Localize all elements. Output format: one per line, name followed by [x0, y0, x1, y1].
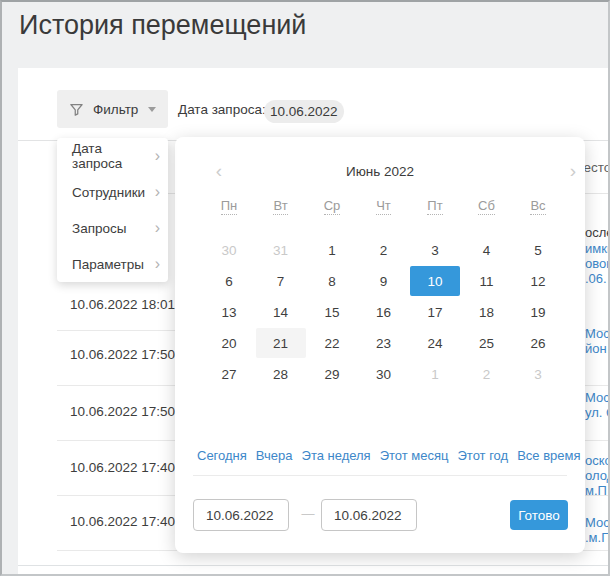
chevron-right-icon: ›: [155, 184, 160, 200]
location-link-fragment[interactable]: Мос: [585, 390, 610, 405]
day-cell[interactable]: 30: [359, 359, 409, 389]
day-cell[interactable]: 26: [513, 328, 563, 358]
day-cell[interactable]: 25: [462, 328, 512, 358]
date-picker-popup: ‹ Июнь 2022 › ПнВтСрЧтПтСбВс 30311234567…: [175, 137, 585, 553]
menu-item[interactable]: Параметры›: [57, 246, 168, 282]
weekday-header: Чт: [359, 198, 409, 213]
timestamp-cell: 10.06.2022 18:01: [70, 297, 175, 312]
day-cell[interactable]: 1: [410, 359, 460, 389]
day-cell[interactable]: 2: [462, 359, 512, 389]
funnel-icon: [69, 102, 84, 117]
day-cell[interactable]: 17: [410, 297, 460, 327]
day-cell[interactable]: 28: [256, 359, 306, 389]
day-cell[interactable]: 5: [513, 235, 563, 265]
weekday-header: Ср: [307, 198, 357, 213]
calendar-weekday-row: ПнВтСрЧтПтСбВс: [204, 198, 563, 213]
weekday-label: Пт: [427, 198, 442, 215]
caret-down-icon: [148, 107, 156, 112]
weekday-header: Вт: [256, 198, 306, 213]
day-cell[interactable]: 12: [513, 266, 563, 296]
day-cell[interactable]: 15: [307, 297, 357, 327]
location-link-fragment[interactable]: йон: [585, 341, 607, 356]
calendar-divider: [193, 475, 567, 476]
day-cell[interactable]: 18: [462, 297, 512, 327]
range-dash: —: [296, 506, 320, 521]
day-cell[interactable]: 2: [359, 235, 409, 265]
weekday-label: Вс: [530, 198, 545, 215]
day-cell[interactable]: 3: [513, 359, 563, 389]
location-link-fragment[interactable]: оско: [585, 453, 610, 468]
range-end-input[interactable]: [321, 499, 417, 531]
weekday-label: Чт: [376, 198, 391, 215]
day-cell[interactable]: 23: [359, 328, 409, 358]
filter-menu: Дата запроса›Сотрудники›Запросы›Параметр…: [57, 138, 168, 282]
quick-range-link[interactable]: Сегодня: [197, 448, 247, 463]
day-cell[interactable]: 13: [204, 297, 254, 327]
day-cell[interactable]: 3: [410, 235, 460, 265]
day-cell[interactable]: 24: [410, 328, 460, 358]
weekday-label: Вт: [273, 198, 287, 215]
location-link-fragment[interactable]: м.П: [585, 483, 607, 498]
chevron-right-icon: ›: [155, 148, 160, 164]
timestamp-cell: 10.06.2022 17:50: [70, 347, 175, 362]
range-start-input[interactable]: [193, 499, 289, 531]
day-cell-today[interactable]: 21: [256, 328, 306, 358]
day-cell[interactable]: 4: [462, 235, 512, 265]
weekday-header: Пт: [410, 198, 460, 213]
done-button[interactable]: Готово: [510, 500, 568, 530]
quick-range-link[interactable]: Этот год: [458, 448, 509, 463]
filter-button[interactable]: Фильтр: [57, 90, 168, 128]
day-cell[interactable]: 9: [359, 266, 409, 296]
next-month-icon[interactable]: ›: [563, 161, 583, 181]
location-link-fragment[interactable]: Мос: [585, 515, 610, 530]
quick-range-link[interactable]: Все время: [517, 448, 580, 463]
quick-range-link[interactable]: Вчера: [256, 448, 293, 463]
quick-range-link[interactable]: Этот месяц: [380, 448, 449, 463]
location-link-fragment[interactable]: имки: [585, 241, 610, 256]
day-cell[interactable]: 31: [256, 235, 306, 265]
filter-button-label: Фильтр: [93, 102, 138, 117]
day-cell[interactable]: 27: [204, 359, 254, 389]
day-cell[interactable]: 8: [307, 266, 357, 296]
day-cell[interactable]: 22: [307, 328, 357, 358]
day-cell[interactable]: 14: [256, 297, 306, 327]
calendar-day-grid: 3031123456789101112131415161718192021222…: [204, 235, 563, 389]
location-link-fragment[interactable]: овок: [585, 256, 610, 271]
chevron-right-icon: ›: [155, 256, 160, 272]
day-cell[interactable]: 19: [513, 297, 563, 327]
location-link-fragment[interactable]: .06.: [585, 271, 607, 286]
location-text-fragment: осле: [585, 225, 610, 240]
location-link-fragment[interactable]: олод: [585, 468, 610, 483]
calendar-month-title: Июнь 2022: [175, 164, 585, 179]
day-cell[interactable]: 6: [204, 266, 254, 296]
day-cell[interactable]: 7: [256, 266, 306, 296]
weekday-header: Сб: [462, 198, 512, 213]
menu-item[interactable]: Сотрудники›: [57, 174, 168, 210]
menu-item[interactable]: Запросы›: [57, 210, 168, 246]
weekday-label: Сб: [478, 198, 495, 215]
weekday-header: Вс: [513, 198, 563, 213]
weekday-label: Ср: [324, 198, 341, 215]
applied-filter-label: Дата запроса:: [178, 102, 266, 117]
day-cell[interactable]: 29: [307, 359, 357, 389]
menu-item[interactable]: Дата запроса›: [57, 138, 168, 174]
location-link-fragment[interactable]: .м.П: [585, 530, 610, 545]
applied-filter-chip[interactable]: 10.06.2022: [264, 100, 344, 123]
page-title: История перемещений: [19, 10, 306, 41]
day-cell[interactable]: 20: [204, 328, 254, 358]
day-cell[interactable]: 1: [307, 235, 357, 265]
day-cell-selected[interactable]: 10: [410, 266, 460, 296]
day-cell[interactable]: 11: [462, 266, 512, 296]
timestamp-cell: 10.06.2022 17:40: [70, 514, 175, 529]
menu-item-label: Сотрудники: [72, 185, 145, 200]
timestamp-cell: 10.06.2022 17:50: [70, 404, 175, 419]
menu-item-label: Параметры: [72, 257, 144, 272]
location-link-fragment[interactable]: Мос: [585, 326, 610, 341]
quick-range-link[interactable]: Эта неделя: [302, 448, 371, 463]
location-link-fragment[interactable]: ул. С: [585, 405, 610, 420]
menu-item-label: Запросы: [72, 221, 126, 236]
timestamp-cell: 10.06.2022 17:40: [70, 460, 175, 475]
day-cell[interactable]: 30: [204, 235, 254, 265]
day-cell[interactable]: 16: [359, 297, 409, 327]
menu-item-label: Дата запроса: [72, 141, 155, 171]
